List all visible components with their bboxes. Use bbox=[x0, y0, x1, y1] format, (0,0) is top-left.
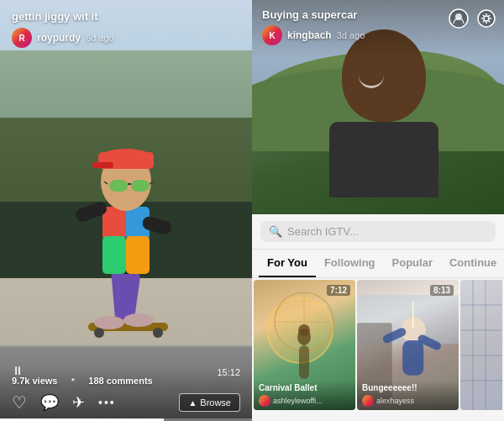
left-bottom-overlay: 9.7k views ● 188 comments ♡ 💬 ✈ ••• ▲ Br… bbox=[0, 367, 252, 421]
tab-popular[interactable]: Popular bbox=[384, 250, 441, 277]
tab-continue[interactable]: Continue bbox=[441, 250, 504, 277]
right-time-ago: 3d ago bbox=[337, 30, 365, 40]
pause-icon[interactable]: ⏸ bbox=[12, 364, 24, 377]
igtv-icon-row bbox=[449, 8, 496, 29]
svg-point-2 bbox=[153, 328, 163, 338]
thumb-2-username: alexhayess bbox=[376, 397, 414, 405]
thumbnail-2[interactable]: 8:13 Bungeeeeee!! alexhayess bbox=[357, 280, 459, 410]
thumb-2-user-row: alexhayess bbox=[362, 395, 454, 407]
tab-following[interactable]: Following bbox=[316, 250, 384, 277]
more-icon[interactable]: ••• bbox=[98, 396, 116, 409]
right-video-panel: Buying a supercar K kingbach 3d ago bbox=[252, 0, 504, 421]
svg-rect-11 bbox=[126, 236, 150, 274]
left-avatar: R bbox=[12, 28, 32, 48]
left-user-row: R roypurdy 6d ago bbox=[12, 28, 240, 48]
left-video-panel: gettin jiggy wit it R roypurdy 6d ago 9.… bbox=[0, 0, 252, 421]
road-curb bbox=[0, 345, 252, 347]
thumbnail-3-partial[interactable] bbox=[460, 280, 502, 410]
left-stats: 9.7k views ● 188 comments bbox=[12, 376, 240, 386]
thumb-2-duration: 8:13 bbox=[430, 285, 454, 296]
svg-point-6 bbox=[123, 313, 154, 327]
right-username: kingbach bbox=[287, 29, 332, 41]
search-input-wrap[interactable]: 🔍 Search IGTV... bbox=[260, 221, 496, 242]
left-video-title: gettin jiggy wit it bbox=[12, 10, 240, 23]
thumb-2-label: Bungeeeeee!! alexhayess bbox=[357, 380, 459, 410]
thumb-2-title: Bungeeeeee!! bbox=[362, 383, 454, 393]
svg-rect-8 bbox=[102, 207, 126, 240]
person-shirt bbox=[329, 122, 438, 197]
browse-chevron-icon: ▲ bbox=[188, 398, 197, 408]
svg-point-1 bbox=[94, 328, 104, 338]
skater-figure bbox=[67, 106, 185, 341]
tabs-row: For You Following Popular Continue bbox=[252, 250, 504, 278]
igtv-profile-icon[interactable] bbox=[449, 8, 469, 29]
svg-point-26 bbox=[478, 10, 495, 27]
thumb-1-duration: 7:12 bbox=[327, 285, 350, 296]
thumb-2-avatar bbox=[362, 395, 374, 407]
left-comments: 188 comments bbox=[88, 376, 152, 386]
left-top-bar: gettin jiggy wit it R roypurdy 6d ago bbox=[0, 0, 252, 58]
left-username: roypurdy bbox=[37, 32, 81, 44]
svg-rect-32 bbox=[299, 345, 309, 379]
thumbnails-row: 7:12 Carnival Ballet ashleylewoffi... bbox=[252, 278, 504, 412]
ballet-scene bbox=[262, 288, 346, 389]
svg-rect-18 bbox=[92, 162, 113, 168]
settings-icon[interactable] bbox=[477, 9, 496, 28]
svg-rect-37 bbox=[402, 340, 423, 376]
thumb-1-username: ashleylewoffi... bbox=[273, 397, 323, 405]
thumbnail-1[interactable]: 7:12 Carnival Ballet ashleylewoffi... bbox=[254, 280, 355, 410]
like-icon[interactable]: ♡ bbox=[12, 392, 27, 413]
svg-point-5 bbox=[94, 316, 124, 329]
thumb-1-avatar bbox=[259, 395, 270, 407]
right-bottom-section: 🔍 Search IGTV... For You Following Popul… bbox=[252, 214, 504, 421]
svg-rect-19 bbox=[109, 180, 128, 192]
left-timestamp: 15:12 bbox=[217, 367, 240, 377]
right-top-video: Buying a supercar K kingbach 3d ago bbox=[252, 0, 504, 214]
action-icons-group: ♡ 💬 ✈ ••• bbox=[12, 392, 116, 413]
thumb-3-bg bbox=[460, 280, 502, 410]
right-avatar: K bbox=[262, 25, 282, 45]
browse-button[interactable]: ▲ Browse bbox=[179, 393, 240, 412]
search-icon: 🔍 bbox=[269, 225, 282, 238]
svg-rect-10 bbox=[102, 236, 126, 274]
left-time-ago: 6d ago bbox=[86, 33, 114, 43]
search-bar: 🔍 Search IGTV... bbox=[252, 214, 504, 250]
svg-point-33 bbox=[298, 324, 310, 336]
svg-rect-20 bbox=[131, 180, 150, 192]
share-icon[interactable]: ✈ bbox=[72, 393, 85, 412]
comment-icon[interactable]: 💬 bbox=[40, 393, 59, 412]
city-scene bbox=[460, 280, 502, 410]
svg-rect-41 bbox=[460, 280, 502, 410]
thumb-1-title: Carnival Ballet bbox=[259, 383, 350, 393]
thumb-1-user-row: ashleylewoffi... bbox=[259, 395, 350, 407]
browse-label: Browse bbox=[200, 397, 231, 408]
left-actions-row: ♡ 💬 ✈ ••• ▲ Browse bbox=[12, 392, 240, 413]
search-placeholder-text: Search IGTV... bbox=[287, 225, 359, 238]
tab-for-you[interactable]: For You bbox=[259, 250, 316, 277]
thumb-1-label: Carnival Ballet ashleylewoffi... bbox=[254, 380, 355, 410]
